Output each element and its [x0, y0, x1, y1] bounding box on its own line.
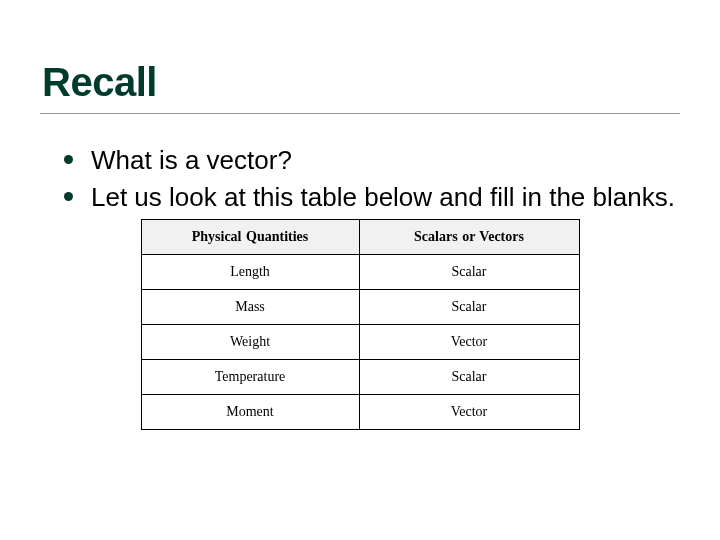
- bullet-text: What is a vector?: [91, 144, 680, 177]
- table-header-row: Physical Quantities Scalars or Vectors: [141, 220, 579, 255]
- table-row: Weight Vector: [141, 325, 579, 360]
- table-cell: Vector: [359, 325, 579, 360]
- slide-title: Recall: [42, 60, 680, 105]
- bullet-icon: [64, 192, 73, 201]
- quantities-table: Physical Quantities Scalars or Vectors L…: [141, 219, 580, 430]
- table-cell: Scalar: [359, 290, 579, 325]
- table-cell: Vector: [359, 395, 579, 430]
- table-row: Mass Scalar: [141, 290, 579, 325]
- table-cell: Scalar: [359, 255, 579, 290]
- table-cell: Moment: [141, 395, 359, 430]
- bullet-item: Let us look at this table below and fill…: [64, 181, 680, 214]
- table-cell: Mass: [141, 290, 359, 325]
- table-cell: Weight: [141, 325, 359, 360]
- slide: Recall What is a vector? Let us look at …: [0, 0, 720, 540]
- bullet-icon: [64, 155, 73, 164]
- table-cell: Scalar: [359, 360, 579, 395]
- table-row: Temperature Scalar: [141, 360, 579, 395]
- bullet-item: What is a vector?: [64, 144, 680, 177]
- table-cell: Length: [141, 255, 359, 290]
- table-row: Length Scalar: [141, 255, 579, 290]
- table-header-cell: Physical Quantities: [141, 220, 359, 255]
- table-header-cell: Scalars or Vectors: [359, 220, 579, 255]
- title-row: Recall: [40, 60, 680, 114]
- bullet-text: Let us look at this table below and fill…: [91, 181, 680, 214]
- table-row: Moment Vector: [141, 395, 579, 430]
- table-cell: Temperature: [141, 360, 359, 395]
- bullet-list: What is a vector? Let us look at this ta…: [64, 144, 680, 213]
